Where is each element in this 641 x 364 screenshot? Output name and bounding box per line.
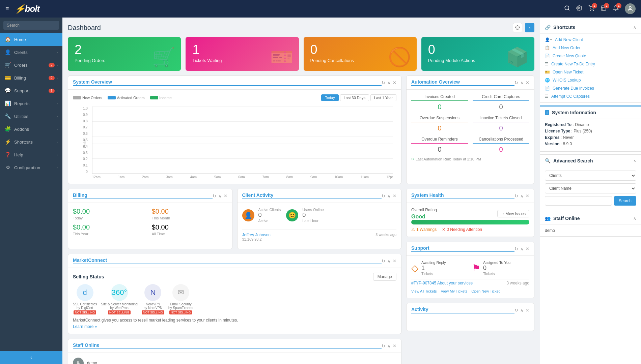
shortcuts-header[interactable]: 🔗 Shortcuts ∧ xyxy=(540,21,641,34)
shortcut-add-order[interactable]: 📋 Add New Order xyxy=(540,44,641,52)
learn-more-link[interactable]: Learn more » xyxy=(73,324,97,329)
sidebar-item-reports[interactable]: 📊 Reports › xyxy=(0,97,62,110)
open-new-ticket-link[interactable]: Open New Ticket xyxy=(471,289,500,293)
close-panel-icon[interactable]: ✕ xyxy=(393,80,396,85)
activity-header: Activity ↻ ∧ ✕ xyxy=(407,303,534,317)
advanced-search-field-select[interactable]: Client Name Email Company xyxy=(545,183,636,193)
shortcut-create-quote[interactable]: 📄 Create New Quote xyxy=(540,52,641,60)
advanced-search-header[interactable]: 🔍 Advanced Search ∧ xyxy=(540,155,641,167)
sidebar-item-billing[interactable]: 💳 Billing 2 › xyxy=(0,71,62,84)
shortcut-add-client[interactable]: 👤+ Add New Client xyxy=(540,36,641,44)
search-input[interactable] xyxy=(3,21,59,30)
stat-card-pending-orders[interactable]: 2 Pending Orders 🛒 xyxy=(68,37,181,71)
pending-cancellations-icon: 🚫 xyxy=(388,46,411,68)
refresh-automation-icon[interactable]: ↻ xyxy=(514,80,518,85)
shortcut-create-todo[interactable]: ☰ Create New To-Do Entry xyxy=(540,60,641,68)
close-activity-icon[interactable]: ✕ xyxy=(526,308,529,313)
sidebar-item-addons[interactable]: 🧩 Addons › xyxy=(0,123,62,135)
automation-item-cancellations: Cancellations Processed 0 xyxy=(473,137,529,153)
refresh-market-icon[interactable]: ↻ xyxy=(382,259,385,264)
sidebar-item-utilities[interactable]: 🔧 Utilities › xyxy=(0,110,62,123)
shortcut-whois[interactable]: 🌐 WHOIS Lookup xyxy=(540,76,641,84)
dashboard-settings-btn[interactable] xyxy=(513,23,522,32)
sidebar-item-help[interactable]: ❓ Help › xyxy=(0,148,62,161)
close-market-icon[interactable]: ✕ xyxy=(393,259,396,264)
search-nav-icon[interactable] xyxy=(564,5,570,13)
sidebar-item-orders[interactable]: 🛒 Orders 2 › xyxy=(0,59,62,71)
close-billing-icon[interactable]: ✕ xyxy=(224,193,227,199)
sidebar-collapse-btn[interactable]: ‹ xyxy=(0,351,62,364)
hamburger-menu-icon[interactable]: ≡ xyxy=(5,5,9,12)
stat-card-tickets-waiting[interactable]: 1 Tickets Waiting 🎫 xyxy=(186,37,299,71)
chart-btn-1year[interactable]: Last 1 Year xyxy=(370,94,396,101)
top-nav-icons: 2 2 1 xyxy=(564,3,636,14)
sidebar-item-configuration[interactable]: ⚙ Configuration › xyxy=(0,161,62,174)
system-health-header: System Health ↻ ∧ ✕ xyxy=(407,189,534,203)
advanced-search-category-select[interactable]: Clients Orders Invoices Tickets xyxy=(545,171,636,181)
refresh-billing-icon[interactable]: ↻ xyxy=(213,193,216,199)
sidebar-item-home[interactable]: 🏠 Home xyxy=(0,33,62,46)
support-ticket-row[interactable]: #TYP-907845 About your services 3 weeks … xyxy=(411,279,529,287)
advanced-search-button[interactable]: Search xyxy=(614,196,636,206)
svg-point-0 xyxy=(565,6,569,10)
collapse-staff-icon[interactable]: ∧ xyxy=(387,343,391,348)
sidebar-item-clients[interactable]: 👤 Clients › xyxy=(0,46,62,59)
chart-btn-today[interactable]: Today xyxy=(321,94,338,101)
sidebar-item-label: Clients xyxy=(14,50,57,55)
shortcut-generate-invoices[interactable]: 📄 Generate Due Invoices xyxy=(540,84,641,92)
collapse-health-icon[interactable]: ∧ xyxy=(520,193,524,199)
orders-nav-icon[interactable]: 2 xyxy=(601,5,607,13)
view-all-tickets-link[interactable]: View All Tickets xyxy=(411,289,437,293)
settings-nav-icon[interactable] xyxy=(576,5,582,13)
close-staff-icon[interactable]: ✕ xyxy=(393,343,396,348)
open-ticket-icon: 🎫 xyxy=(545,70,550,74)
system-info-header[interactable]: i System Information xyxy=(540,107,641,119)
close-automation-icon[interactable]: ✕ xyxy=(526,80,529,85)
collapse-market-icon[interactable]: ∧ xyxy=(387,259,391,264)
sidebar-item-shortcuts[interactable]: ⚡ Shortcuts › xyxy=(0,135,62,148)
collapse-billing-icon[interactable]: ∧ xyxy=(218,193,222,199)
bell-nav-icon[interactable]: 1 xyxy=(613,5,619,13)
client-record[interactable]: Jeffrey Johnson 31.169.93.2 3 weeks ago xyxy=(242,230,397,244)
refresh-client-icon[interactable]: ↻ xyxy=(382,193,385,199)
home-icon: 🏠 xyxy=(5,36,11,42)
view-issues-button[interactable]: → View Issues xyxy=(497,210,529,217)
ticket-subject: About your services xyxy=(437,281,473,285)
close-support-icon[interactable]: ✕ xyxy=(526,246,529,251)
close-health-icon[interactable]: ✕ xyxy=(526,193,529,199)
refresh-support-icon[interactable]: ↻ xyxy=(514,246,518,251)
sidebar-item-support[interactable]: 💬 Support 1 › xyxy=(0,84,62,97)
cart-nav-icon[interactable]: 2 xyxy=(588,5,594,13)
refresh-health-icon[interactable]: ↻ xyxy=(514,193,518,199)
close-client-icon[interactable]: ✕ xyxy=(393,193,396,199)
collapse-automation-icon[interactable]: ∧ xyxy=(520,80,524,85)
refresh-icon[interactable]: ↻ xyxy=(382,80,385,85)
user-avatar[interactable] xyxy=(625,3,636,14)
refresh-activity-icon[interactable]: ↻ xyxy=(514,308,518,313)
view-my-tickets-link[interactable]: View My Tickets xyxy=(441,289,468,293)
system-health-title: System Health xyxy=(411,192,514,199)
staff-online-header[interactable]: 👥 Staff Online ∧ xyxy=(540,212,641,225)
collapse-activity-icon[interactable]: ∧ xyxy=(520,308,524,313)
suspensions-label: Overdue Suspensions xyxy=(411,116,468,122)
automation-item-cc: Credit Card Captures 0 xyxy=(473,94,529,111)
chart-btn-30days[interactable]: Last 30 Days xyxy=(340,94,369,101)
manage-button[interactable]: Manage xyxy=(373,273,396,281)
overall-rating-value: Good xyxy=(411,214,497,220)
collapse-client-icon[interactable]: ∧ xyxy=(387,193,391,199)
svg-point-3 xyxy=(590,10,591,11)
shortcut-attempt-cc[interactable]: ☰ Attempt CC Captures xyxy=(540,92,641,100)
collapse-support-icon[interactable]: ∧ xyxy=(520,246,524,251)
collapse-panel-icon[interactable]: ∧ xyxy=(387,80,391,85)
refresh-staff-icon[interactable]: ↻ xyxy=(382,343,385,348)
stat-card-pending-cancellations[interactable]: 0 Pending Cancellations 🚫 xyxy=(304,37,417,71)
health-progress-bar xyxy=(411,220,529,224)
shortcut-open-ticket[interactable]: 🎫 Open New Ticket xyxy=(540,68,641,76)
monitoring-name: Site & Server Monitoringby WebPros xyxy=(101,302,137,310)
activity-panel-icons: ↻ ∧ ✕ xyxy=(514,308,529,313)
right-sidebar: 🔗 Shortcuts ∧ 👤+ Add New Client 📋 Add Ne… xyxy=(540,18,641,364)
stat-card-module-actions[interactable]: 0 Pending Module Actions 📦 xyxy=(421,37,534,71)
dashboard-arrow-btn[interactable]: › xyxy=(525,23,534,32)
assigned-label: Assigned To You xyxy=(483,261,510,265)
advanced-search-input[interactable] xyxy=(545,196,612,206)
